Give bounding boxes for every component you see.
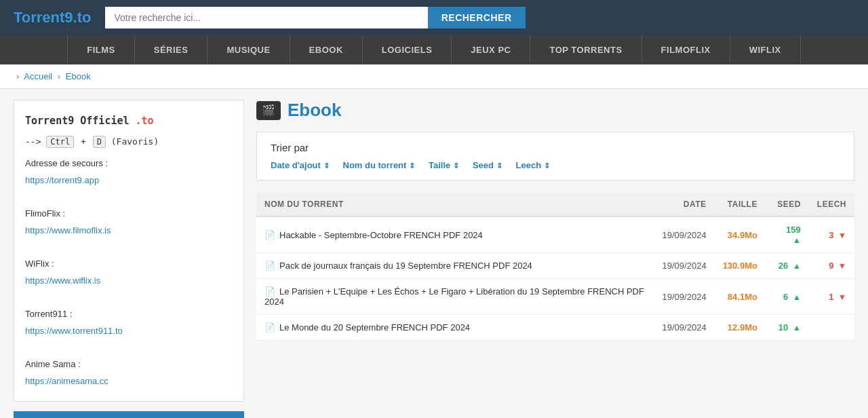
sort-label: Trier par [271,142,840,153]
torrent-seed: 159 ▲ [766,216,809,253]
breadcrumb: › Accueil › Ebook [0,64,868,89]
seed-up-arrow: ▲ [793,323,801,332]
sidebar-flimo-link[interactable]: https://www.filmoflix.is [25,225,111,235]
torrent-leech [809,315,854,341]
th-size: TAILLE [715,193,766,216]
d-key: D [93,136,106,148]
torrent-size: 12.9Mo [715,315,766,341]
leech-down-arrow: ▼ [838,231,846,240]
torrent-table: NOM DU TORRENT DATE TAILLE SEED LEECH 📄H… [256,193,854,341]
sort-date[interactable]: Date d'ajout ⇕ [271,160,330,170]
torrent-date: 19/09/2024 [654,279,715,315]
th-seed: SEED [766,193,809,216]
sort-seed[interactable]: Seed ⇕ [473,160,502,170]
file-icon: 📄 [264,286,275,297]
main-nav: FILMS SÉRIES MUSIQUE EBOOK LOGICIELS JEU… [0,35,868,64]
torrent-date: 19/09/2024 [654,216,715,253]
ctrl-key: Ctrl [46,136,74,148]
table-row: 📄Hackable - Septembre-Octobre FRENCH PDF… [256,216,854,253]
nav-ebook[interactable]: EBOOK [290,35,363,64]
leech-down-arrow: ▼ [838,292,846,302]
page-title-row: 🎬 Ebook [256,100,854,121]
breadcrumb-sep: › [58,71,60,81]
nav-filmoflix[interactable]: FILMOFLIX [642,35,730,64]
sidebar-t911: Torrent911 : https://www.torrent911.to [25,306,233,339]
logo-suffix: .to [73,9,92,26]
content-area: 🎬 Ebook Trier par Date d'ajout ⇕ Nom du … [256,100,854,418]
sidebar-address: Adresse de secours : https://torrent9.ap… [25,155,233,189]
torrent-leech: 1 ▼ [809,279,854,315]
sidebar: Torrent9 Officiel .to --> Ctrl + D (Favo… [14,100,244,418]
nav-jeuxpc[interactable]: JEUX PC [452,35,530,64]
sidebar-anime-link[interactable]: https://animesama.cc [25,376,108,386]
search-button[interactable]: RECHERCHER [428,7,526,28]
torrent-size: 34.9Mo [715,216,766,253]
torrent-seed: 10 ▲ [766,315,809,341]
breadcrumb-home[interactable]: Accueil [24,71,52,81]
torrent-seed: 6 ▲ [766,279,809,315]
table-row: 📄Pack de journaux français du 19 Septemb… [256,253,854,279]
sidebar-shortcut: --> Ctrl + D (Favoris) [25,134,233,151]
torrent-name-cell: 📄Pack de journaux français du 19 Septemb… [256,253,654,279]
sidebar-anime: Anime Sama : https://animesama.cc [25,356,233,390]
leech-down-arrow: ▼ [838,261,846,271]
torrent-seed: 26 ▲ [766,253,809,279]
main-layout: Torrent9 Officiel .to --> Ctrl + D (Favo… [0,89,868,418]
seed-up-arrow: ▲ [793,261,801,271]
seed-up-arrow: ▲ [793,235,801,245]
nav-musique[interactable]: MUSIQUE [208,35,290,64]
nav-logiciels[interactable]: LOGICIELS [363,35,452,64]
seed-up-arrow: ▲ [793,292,801,302]
search-form: RECHERCHER [105,7,526,28]
sort-options: Date d'ajout ⇕ Nom du torrent ⇕ Taille ⇕… [271,160,840,170]
nav-top-torrents[interactable]: TOP TORRENTS [530,35,642,64]
nav-wiflix[interactable]: WIFLIX [730,35,801,64]
sidebar-info-box: Torrent9 Officiel .to --> Ctrl + D (Favo… [14,100,244,402]
torrent-link[interactable]: Le Parisien + L'Equipe + Les Échos + Le … [264,286,644,307]
th-leech: LEECH [809,193,854,216]
search-input[interactable] [105,7,428,28]
table-row: 📄Le Parisien + L'Equipe + Les Échos + Le… [256,279,854,315]
sort-box: Trier par Date d'ajout ⇕ Nom du torrent … [256,132,854,180]
nav-films[interactable]: FILMS [67,35,135,64]
sidebar-t911-link[interactable]: https://www.torrent911.to [25,326,123,336]
torrent-size: 130.9Mo [715,253,766,279]
torrent-size: 84.1Mo [715,279,766,315]
torrent-leech: 9 ▼ [809,253,854,279]
table-header-row: NOM DU TORRENT DATE TAILLE SEED LEECH [256,193,854,216]
sidebar-flimo: FlimoFlix : https://www.filmoflix.is [25,206,233,239]
logo[interactable]: Torrent9.to [14,9,92,26]
top-films-box[interactable]: Top Films [14,411,244,418]
sidebar-title: Torrent9 Officiel .to [25,111,233,131]
table-row: 📄Le Monde du 20 Septembre FRENCH PDF 202… [256,315,854,341]
th-name: NOM DU TORRENT [256,193,654,216]
th-date: DATE [654,193,715,216]
file-icon: 📄 [264,230,275,240]
sidebar-wifi: WiFlix : https://www.wiflix.is [25,256,233,289]
camera-icon: 🎬 [256,101,281,120]
page-title: Ebook [288,100,341,121]
torrent-link[interactable]: Hackable - Septembre-Octobre FRENCH PDF … [279,230,483,240]
torrent-name-cell: 📄Le Parisien + L'Equipe + Les Échos + Le… [256,279,654,315]
torrent-date: 19/09/2024 [654,253,715,279]
torrent-name-cell: 📄Hackable - Septembre-Octobre FRENCH PDF… [256,216,654,253]
breadcrumb-current[interactable]: Ebook [66,71,91,81]
sort-name[interactable]: Nom du torrent ⇕ [343,160,416,170]
logo-text: Torrent9 [14,9,73,26]
torrent-link[interactable]: Le Monde du 20 Septembre FRENCH PDF 2024 [279,322,470,332]
header: Torrent9.to RECHERCHER [0,0,868,35]
torrent-name-cell: 📄Le Monde du 20 Septembre FRENCH PDF 202… [256,315,654,341]
file-icon: 📄 [264,261,275,271]
torrent-date: 19/09/2024 [654,315,715,341]
torrent-leech: 3 ▼ [809,216,854,253]
torrent-link[interactable]: Pack de journaux français du 19 Septembr… [279,261,532,271]
sort-leech[interactable]: Leech ⇕ [516,160,550,170]
sidebar-address-link[interactable]: https://torrent9.app [25,175,99,185]
sidebar-wifi-link[interactable]: https://www.wiflix.is [25,276,100,286]
file-icon: 📄 [264,322,275,332]
nav-series[interactable]: SÉRIES [135,35,208,64]
sort-size[interactable]: Taille ⇕ [429,160,459,170]
